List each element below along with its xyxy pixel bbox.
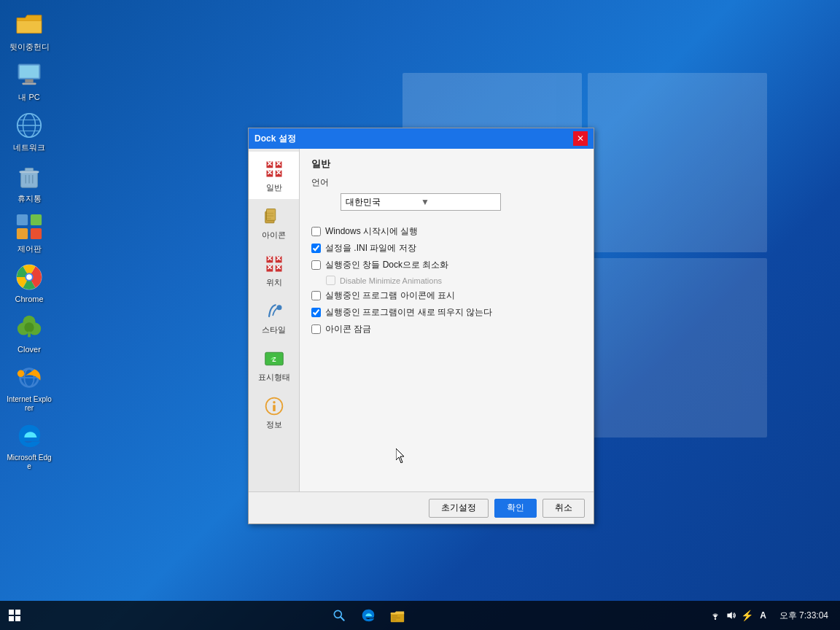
svg-rect-11 [20,171,39,173]
taskbar-apps [29,602,708,629]
desktop-icon-edge[interactable]: Microsoft Edge [3,419,55,474]
svg-rect-55 [266,265,273,272]
taskbar-search[interactable] [326,602,352,629]
edge-label: Microsoft Edge [6,454,52,471]
network-tray-icon[interactable] [708,608,723,623]
disable-anim-checkbox[interactable] [326,276,335,285]
clover-label: Clover [18,345,41,354]
network-icon [15,111,44,140]
checkbox-lock-icon: 아이콘 잠금 [311,323,582,335]
taskbar: ⚡ A 오후 7:33:04 [0,601,840,630]
svg-rect-68 [9,610,14,615]
show-icon-checkbox[interactable] [311,291,321,300]
svg-rect-48 [265,218,271,219]
desktop-icon-network[interactable]: 네트워크 [3,108,55,155]
dialog-body: 일반 아이콘 [249,149,594,491]
svg-rect-49 [266,257,273,263]
volume-icon[interactable] [724,608,739,623]
dialog-footer: 초기설정 확인 취소 [249,491,594,524]
svg-rect-58 [275,265,281,272]
taskbar-edge-icon [360,607,376,623]
sidebar-item-position[interactable]: 위치 [249,246,299,294]
system-clock: 오후 7:33:04 [774,610,834,622]
svg-rect-66 [273,405,276,411]
checkbox-show-icon: 실행중인 프로그램 아이콘에 표시 [311,289,582,302]
svg-rect-17 [17,228,28,239]
svg-rect-46 [265,213,273,214]
svg-point-65 [273,401,276,404]
svg-point-78 [714,618,715,620]
svg-point-31 [18,370,24,378]
system-tray: ⚡ A [708,608,771,623]
svg-rect-47 [265,215,273,217]
section-title: 일반 [311,158,582,171]
dialog-titlebar: Dock 설정 ✕ [249,128,594,149]
chrome-label: Chrome [15,295,43,304]
network-label: 네트워크 [13,143,45,152]
taskbar-fileexplorer[interactable] [384,602,411,629]
taskbar-edge[interactable] [355,602,381,629]
sidebar-item-general[interactable]: 일반 [249,152,299,199]
cancel-button[interactable]: 취소 [542,499,585,518]
minimize-dock-checkbox[interactable] [311,260,321,270]
sidebar-item-icons[interactable]: 아이콘 [249,199,299,246]
dialog-title: Dock 설정 [254,133,296,145]
desktop-icon-control[interactable]: 제어판 [3,209,55,257]
svg-rect-38 [266,171,273,177]
recycle-label: 휴지통 [18,194,42,203]
svg-rect-71 [15,616,20,621]
ie-label: Internet Explorer [6,395,52,413]
battery-icon[interactable]: ⚡ [740,608,755,623]
general-icon [262,158,286,181]
lock-icon-label: 아이콘 잠금 [325,323,371,335]
svg-rect-69 [15,610,20,615]
file-explorer-icon [389,607,405,623]
svg-rect-75 [392,615,397,616]
dialog-main-content: 일반 언어 대한민국 ▼ Windows 시작시에 실행 설정을 .INI 파일… [300,149,594,491]
svg-rect-2 [25,79,33,83]
desktop-icon-ie[interactable]: Internet Explorer [3,360,55,416]
language-dropdown[interactable]: 대한민국 ▼ [341,193,501,211]
ie-icon [15,363,44,392]
svg-rect-10 [25,168,33,171]
desktop-icon-chrome[interactable]: Chrome [3,260,55,307]
position-icon [262,252,286,276]
chrome-icon [15,262,44,292]
keyboard-icon[interactable]: A [756,608,771,623]
ok-button[interactable]: 확인 [494,499,537,518]
svg-point-26 [24,322,34,332]
reset-button[interactable]: 초기설정 [429,499,489,518]
svg-point-61 [276,305,281,310]
svg-rect-70 [9,616,14,621]
windows-logo-icon [9,610,20,621]
style-label: 스타일 [262,324,286,335]
info-icon [262,394,286,418]
control-label: 제어판 [18,244,42,254]
checkbox-save-ini: 설정을 .INI 파일에 저장 [311,242,582,254]
language-value: 대한민국 [346,196,421,209]
save-ini-checkbox[interactable] [311,244,321,253]
dropdown-arrow-icon: ▼ [421,197,496,207]
win-start-checkbox[interactable] [311,227,321,236]
svg-rect-16 [31,214,42,225]
desktop-icon-clover[interactable]: Clover [3,310,55,357]
taskbar-right: ⚡ A 오후 7:33:04 [708,608,840,623]
desktop-icon-folder[interactable]: 뒷이중헌디 [3,7,55,55]
svg-marker-79 [727,612,731,619]
desktop-icon-mypc[interactable]: 내 PC [3,58,55,105]
svg-rect-15 [17,214,28,225]
folder-icon [15,10,44,39]
desktop-icon-recycle[interactable]: 휴지통 [3,159,55,206]
save-ini-label: 설정을 .INI 파일에 저장 [325,242,416,254]
speaker-icon [726,610,737,621]
display-icon: Z [262,347,286,370]
dialog-close-button[interactable]: ✕ [573,131,588,146]
start-button[interactable] [0,601,29,630]
lock-icon-checkbox[interactable] [311,324,321,334]
checkbox-no-popup: 실행중인 프로그램이면 새로 띄우지 않는다 [311,306,582,319]
sidebar-item-info[interactable]: 정보 [249,389,299,436]
no-popup-checkbox[interactable] [311,308,321,317]
general-label: 일반 [266,182,282,193]
sidebar-item-display[interactable]: Z 표시형태 [249,341,299,389]
sidebar-item-style[interactable]: 스타일 [249,294,299,341]
